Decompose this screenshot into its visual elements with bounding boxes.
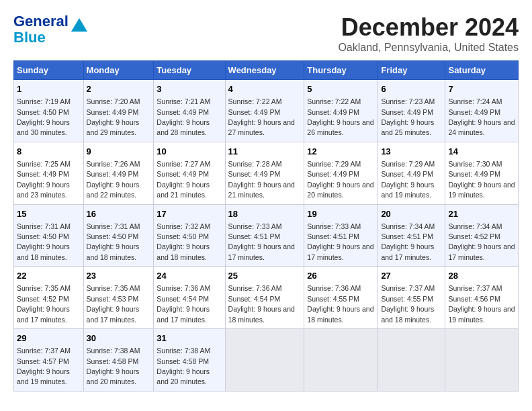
day-cell: 20Sunrise: 7:34 AMSunset: 4:51 PMDayligh… [378, 204, 445, 267]
day-info: Sunrise: 7:24 AMSunset: 4:49 PMDaylight:… [448, 97, 515, 136]
day-number: 4 [228, 83, 302, 95]
header-row: SundayMondayTuesdayWednesdayThursdayFrid… [14, 61, 519, 80]
svg-marker-0 [71, 18, 87, 32]
day-info: Sunrise: 7:38 AMSunset: 4:58 PMDaylight:… [157, 347, 210, 385]
header-thursday: Thursday [304, 61, 378, 80]
page-subtitle: Oakland, Pennsylvania, United States [338, 42, 519, 54]
week-row-1: 1Sunrise: 7:19 AMSunset: 4:50 PMDaylight… [14, 80, 519, 142]
day-cell: 3Sunrise: 7:21 AMSunset: 4:49 PMDaylight… [154, 80, 225, 142]
day-number: 11 [228, 146, 302, 158]
day-cell: 11Sunrise: 7:28 AMSunset: 4:49 PMDayligh… [225, 142, 304, 204]
day-info: Sunrise: 7:37 AMSunset: 4:55 PMDaylight:… [381, 284, 435, 323]
header-wednesday: Wednesday [225, 61, 304, 80]
day-cell: 4Sunrise: 7:22 AMSunset: 4:49 PMDaylight… [225, 80, 304, 142]
day-cell: 2Sunrise: 7:20 AMSunset: 4:49 PMDaylight… [83, 80, 154, 142]
week-row-2: 8Sunrise: 7:25 AMSunset: 4:49 PMDaylight… [14, 142, 519, 204]
day-cell: 24Sunrise: 7:36 AMSunset: 4:54 PMDayligh… [154, 267, 225, 329]
day-cell: 13Sunrise: 7:29 AMSunset: 4:49 PMDayligh… [378, 142, 445, 204]
day-info: Sunrise: 7:19 AMSunset: 4:50 PMDaylight:… [17, 97, 71, 136]
day-info: Sunrise: 7:33 AMSunset: 4:51 PMDaylight:… [307, 222, 373, 261]
day-number: 19 [307, 208, 375, 220]
header-saturday: Saturday [445, 61, 519, 80]
day-cell: 8Sunrise: 7:25 AMSunset: 4:49 PMDaylight… [14, 142, 84, 204]
day-cell: 10Sunrise: 7:27 AMSunset: 4:49 PMDayligh… [154, 142, 225, 204]
header-tuesday: Tuesday [154, 61, 225, 80]
day-cell: 9Sunrise: 7:26 AMSunset: 4:49 PMDaylight… [83, 142, 154, 204]
day-info: Sunrise: 7:29 AMSunset: 4:49 PMDaylight:… [307, 160, 373, 199]
day-info: Sunrise: 7:35 AMSunset: 4:52 PMDaylight:… [17, 284, 71, 323]
day-number: 24 [157, 270, 222, 282]
day-number: 9 [87, 146, 151, 158]
day-number: 13 [381, 146, 442, 158]
day-cell: 21Sunrise: 7:34 AMSunset: 4:52 PMDayligh… [445, 204, 519, 267]
day-info: Sunrise: 7:21 AMSunset: 4:49 PMDaylight:… [157, 97, 210, 136]
day-cell: 29Sunrise: 7:37 AMSunset: 4:57 PMDayligh… [14, 329, 84, 392]
page-title: December 2024 [338, 13, 519, 42]
day-number: 22 [17, 270, 81, 282]
day-info: Sunrise: 7:36 AMSunset: 4:54 PMDaylight:… [228, 284, 295, 323]
day-number: 17 [157, 208, 222, 220]
day-number: 3 [157, 83, 222, 95]
day-info: Sunrise: 7:26 AMSunset: 4:49 PMDaylight:… [87, 160, 140, 199]
day-number: 10 [157, 146, 222, 158]
day-cell: 25Sunrise: 7:36 AMSunset: 4:54 PMDayligh… [225, 267, 304, 329]
day-number: 28 [448, 270, 515, 282]
day-number: 16 [87, 208, 151, 220]
day-info: Sunrise: 7:33 AMSunset: 4:51 PMDaylight:… [228, 222, 295, 261]
day-number: 15 [17, 208, 81, 220]
day-cell: 27Sunrise: 7:37 AMSunset: 4:55 PMDayligh… [378, 267, 445, 329]
day-info: Sunrise: 7:32 AMSunset: 4:50 PMDaylight:… [157, 222, 210, 261]
day-info: Sunrise: 7:34 AMSunset: 4:51 PMDaylight:… [381, 222, 435, 261]
day-number: 14 [448, 146, 515, 158]
day-number: 5 [307, 83, 375, 95]
logo-icon [70, 17, 89, 36]
day-cell: 18Sunrise: 7:33 AMSunset: 4:51 PMDayligh… [225, 204, 304, 267]
day-number: 21 [448, 208, 515, 220]
day-cell: 12Sunrise: 7:29 AMSunset: 4:49 PMDayligh… [304, 142, 378, 204]
day-cell: 16Sunrise: 7:31 AMSunset: 4:50 PMDayligh… [83, 204, 154, 267]
day-info: Sunrise: 7:22 AMSunset: 4:49 PMDaylight:… [307, 97, 373, 136]
day-info: Sunrise: 7:34 AMSunset: 4:52 PMDaylight:… [448, 222, 515, 261]
day-number: 2 [87, 83, 151, 95]
title-block: December 2024 Oakland, Pennsylvania, Uni… [338, 13, 519, 54]
day-cell: 1Sunrise: 7:19 AMSunset: 4:50 PMDaylight… [14, 80, 84, 142]
day-info: Sunrise: 7:28 AMSunset: 4:49 PMDaylight:… [228, 160, 295, 199]
day-number: 8 [17, 146, 81, 158]
day-number: 27 [381, 270, 442, 282]
day-info: Sunrise: 7:31 AMSunset: 4:50 PMDaylight:… [17, 222, 71, 261]
day-number: 20 [381, 208, 442, 220]
day-cell [304, 329, 378, 392]
day-info: Sunrise: 7:36 AMSunset: 4:55 PMDaylight:… [307, 284, 373, 323]
day-number: 25 [228, 270, 302, 282]
page-header: GeneralBlue December 2024 Oakland, Penns… [13, 13, 519, 54]
header-sunday: Sunday [14, 61, 84, 80]
day-info: Sunrise: 7:37 AMSunset: 4:57 PMDaylight:… [17, 347, 71, 385]
day-number: 23 [87, 270, 151, 282]
day-cell: 14Sunrise: 7:30 AMSunset: 4:49 PMDayligh… [445, 142, 519, 204]
day-cell: 30Sunrise: 7:38 AMSunset: 4:58 PMDayligh… [83, 329, 154, 392]
day-number: 30 [87, 332, 151, 345]
day-cell [445, 329, 519, 392]
week-row-3: 15Sunrise: 7:31 AMSunset: 4:50 PMDayligh… [14, 204, 519, 267]
day-info: Sunrise: 7:25 AMSunset: 4:49 PMDaylight:… [17, 160, 71, 199]
day-info: Sunrise: 7:30 AMSunset: 4:49 PMDaylight:… [448, 160, 515, 199]
day-number: 1 [17, 83, 81, 95]
day-info: Sunrise: 7:31 AMSunset: 4:50 PMDaylight:… [87, 222, 140, 261]
week-row-4: 22Sunrise: 7:35 AMSunset: 4:52 PMDayligh… [14, 267, 519, 329]
day-info: Sunrise: 7:27 AMSunset: 4:49 PMDaylight:… [157, 160, 210, 199]
day-cell: 26Sunrise: 7:36 AMSunset: 4:55 PMDayligh… [304, 267, 378, 329]
day-cell: 17Sunrise: 7:32 AMSunset: 4:50 PMDayligh… [154, 204, 225, 267]
day-cell: 22Sunrise: 7:35 AMSunset: 4:52 PMDayligh… [14, 267, 84, 329]
day-cell: 15Sunrise: 7:31 AMSunset: 4:50 PMDayligh… [14, 204, 84, 267]
logo: GeneralBlue [13, 13, 89, 46]
day-number: 18 [228, 208, 302, 220]
day-info: Sunrise: 7:35 AMSunset: 4:53 PMDaylight:… [87, 284, 140, 323]
day-info: Sunrise: 7:29 AMSunset: 4:49 PMDaylight:… [381, 160, 435, 199]
day-info: Sunrise: 7:37 AMSunset: 4:56 PMDaylight:… [448, 284, 515, 323]
day-number: 26 [307, 270, 375, 282]
day-number: 31 [157, 332, 222, 345]
day-cell: 19Sunrise: 7:33 AMSunset: 4:51 PMDayligh… [304, 204, 378, 267]
day-number: 29 [17, 332, 81, 345]
day-cell [225, 329, 304, 392]
day-number: 12 [307, 146, 375, 158]
